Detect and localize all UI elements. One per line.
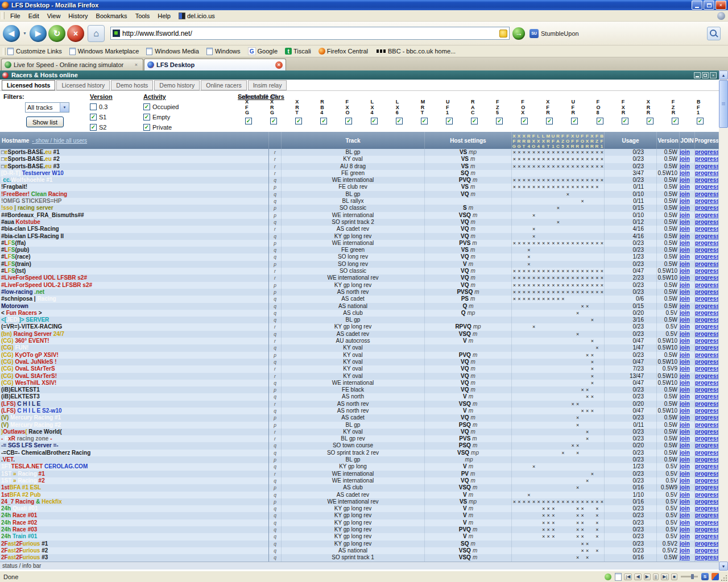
host-name[interactable]: (iB)ELKTEST3 <box>0 393 269 400</box>
progress-link[interactable]: progress <box>695 435 719 442</box>
progress-link[interactable]: progress <box>695 338 719 344</box>
progress-link[interactable]: progress <box>695 219 719 226</box>
progress-link[interactable]: progress <box>695 310 719 317</box>
progress-link[interactable]: progress <box>695 268 719 275</box>
host-name[interactable]: 1stBFA #1 ESL <box>0 484 269 491</box>
page-tab-demo-history[interactable]: Demo history <box>154 80 200 90</box>
progress-link[interactable]: progress <box>695 149 719 156</box>
join-link[interactable]: join <box>680 401 695 408</box>
host-name[interactable]: - FxR racing zone - <box>0 435 269 442</box>
back-button[interactable]: ◀ <box>3 25 20 42</box>
host-name[interactable]: -= SGS LFS Server =- <box>0 442 269 449</box>
host-name[interactable]: #aua Kotstube <box>0 219 269 226</box>
host-name[interactable]: #LFS(train) <box>0 261 269 268</box>
car-checkbox-xrr[interactable]: ✓ <box>647 118 653 124</box>
host-name[interactable]: )Outlaws( Race World( <box>0 429 269 435</box>
host-name[interactable]: (V) Mercury Racing #1 <box>0 414 269 421</box>
progress-link[interactable]: progress <box>695 226 719 232</box>
join-link[interactable]: join <box>680 344 695 351</box>
vertical-scrollbar[interactable]: ▲ ▼ <box>719 70 728 571</box>
search-magnifier-icon[interactable] <box>707 27 721 40</box>
host-name[interactable]: (CG) OvaL StArTerS <box>0 365 269 372</box>
join-link[interactable]: join <box>680 450 695 456</box>
join-link[interactable]: join <box>680 156 695 163</box>
checkbox[interactable]: ✓ <box>90 114 97 120</box>
host-name[interactable]: #LFS(pub) <box>0 247 269 253</box>
car-checkbox-fzr[interactable]: ✓ <box>672 118 679 124</box>
progress-link[interactable]: progress <box>695 393 719 400</box>
chevron-down-icon[interactable]: ▼ <box>60 103 69 112</box>
host-name[interactable]: #schniposa | Racing <box>0 296 269 302</box>
progress-link[interactable]: progress <box>695 212 719 219</box>
join-link[interactable]: join <box>680 247 695 253</box>
host-name[interactable]: [D-R-T] Testserver W10 <box>0 170 269 177</box>
progress-link[interactable]: progress <box>695 498 719 505</box>
host-name[interactable]: #low-racing .net <box>0 289 269 296</box>
bookmark-tiscali[interactable]: tTiscali <box>285 48 311 55</box>
join-link[interactable]: join <box>680 275 695 281</box>
media-control-icon[interactable]: ■ <box>671 573 677 580</box>
progress-link[interactable]: progress <box>695 184 719 190</box>
progress-link[interactable]: progress <box>695 359 719 365</box>
progress-link[interactable]: progress <box>695 170 719 177</box>
progress-link[interactable]: progress <box>695 519 719 526</box>
checkbox[interactable]: ✓ <box>90 124 97 131</box>
car-checkbox-rb4[interactable]: ✓ <box>320 118 327 124</box>
update-notifier-icon[interactable] <box>605 573 611 580</box>
menu-view[interactable]: View <box>43 11 65 21</box>
car-checkbox-fox[interactable]: ✓ <box>521 118 528 124</box>
host-name[interactable]: .VET. <box>0 456 269 463</box>
progress-link[interactable]: progress <box>695 352 719 359</box>
bookmark-star-icon[interactable] <box>499 30 507 38</box>
host-name[interactable]: (iB)ELKTEST1 <box>0 386 269 393</box>
progress-link[interactable]: progress <box>695 533 719 540</box>
menu-history[interactable]: History <box>64 11 92 21</box>
go-button[interactable]: → <box>512 27 525 40</box>
host-name[interactable]: (LFS) C H I L E S2-w10 <box>0 408 269 414</box>
bookmark-google[interactable]: GGoogle <box>248 47 278 55</box>
host-name[interactable]: 2Fast2Furious #2 <box>0 547 269 554</box>
host-name[interactable]: !FreeBeer! Clean Racing <box>0 191 269 198</box>
join-link[interactable]: join <box>680 261 695 268</box>
version-option-s1[interactable]: ✓S1 <box>90 113 106 121</box>
join-link[interactable]: join <box>680 386 695 393</box>
media-control-icon[interactable]: |◀ <box>624 573 632 580</box>
bookmark-windows-media[interactable]: Windows Media <box>146 48 199 55</box>
reload-button[interactable]: ↻ <box>48 25 65 42</box>
menu-help[interactable]: Help <box>154 11 175 21</box>
host-name[interactable]: (CG) KyOTo gP XSIV! <box>0 352 269 359</box>
join-link[interactable]: join <box>680 373 695 380</box>
host-name[interactable]: (CG) 360° EVENT! <box>0 338 269 344</box>
url-bar[interactable]: http://www.lfsworld.net/ <box>110 27 510 40</box>
join-link[interactable]: join <box>680 240 695 247</box>
page-tab-insim-relay[interactable]: Insim relay <box>248 80 287 90</box>
progress-link[interactable]: progress <box>695 401 719 408</box>
show-list-button[interactable]: Show list <box>26 117 64 127</box>
join-link[interactable]: join <box>680 289 695 296</box>
media-control-icon[interactable]: ▶ <box>644 573 651 580</box>
progress-link[interactable]: progress <box>695 456 719 463</box>
join-link[interactable]: join <box>680 365 695 372</box>
progress-link[interactable]: progress <box>695 386 719 393</box>
progress-link[interactable]: progress <box>695 233 719 240</box>
host-name[interactable]: 1ST » Racing #1 <box>0 471 269 477</box>
join-link[interactable]: join <box>680 408 695 414</box>
progress-link[interactable]: progress <box>695 484 719 491</box>
join-link[interactable]: join <box>680 268 695 275</box>
progress-link[interactable]: progress <box>695 526 719 533</box>
host-name[interactable]: □eSports-BASE.eu #2 <box>0 156 269 163</box>
host-name[interactable]: □eSports-BASE.eu #1 <box>0 149 269 156</box>
progress-link[interactable]: progress <box>695 331 719 338</box>
widget-close-button[interactable]: × <box>710 72 717 78</box>
join-link[interactable]: join <box>680 310 695 317</box>
join-link[interactable]: join <box>680 512 695 519</box>
progress-link[interactable]: progress <box>695 240 719 247</box>
url-input[interactable]: http://www.lfsworld.net/ <box>120 30 499 38</box>
progress-link[interactable]: progress <box>695 450 719 456</box>
bookmark-windows-marketplace[interactable]: Windows Marketplace <box>69 48 139 55</box>
join-link[interactable]: join <box>680 519 695 526</box>
host-name[interactable]: (CG) WesThilL XSIV! <box>0 380 269 386</box>
stumbleupon-label[interactable]: StumbleUpon <box>541 30 579 37</box>
bookmark-windows[interactable]: Windows <box>206 48 241 55</box>
activity-option-private[interactable]: ✓Private <box>143 123 172 131</box>
